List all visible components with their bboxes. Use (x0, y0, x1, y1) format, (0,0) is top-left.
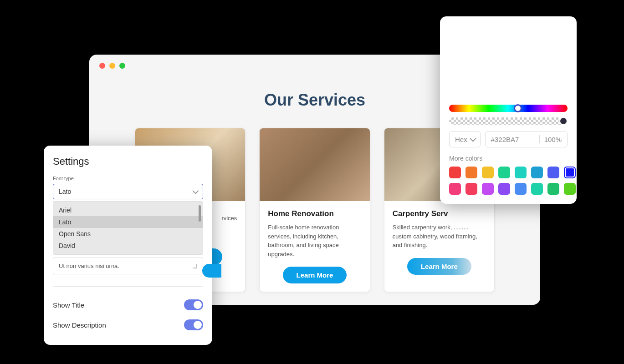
alpha-slider[interactable] (449, 117, 568, 125)
show-title-label: Show Title (53, 301, 84, 309)
color-swatch[interactable] (498, 183, 510, 195)
font-type-dropdown: Ariel Lato Open Sans David (53, 201, 203, 255)
description-textarea[interactable]: Ut non varius nisi urna. (53, 258, 203, 274)
service-card-description: Skilled carpentry work, ......... custom… (393, 223, 486, 250)
color-swatch[interactable] (482, 167, 494, 178)
font-type-label: Font type (53, 176, 203, 181)
show-title-toggle[interactable] (184, 299, 203, 310)
color-swatch[interactable] (498, 167, 510, 178)
color-swatch[interactable] (465, 167, 477, 178)
color-saturation-canvas[interactable] (449, 25, 568, 98)
hex-value: #322BA7 (491, 136, 535, 143)
color-swatch[interactable] (515, 183, 527, 195)
font-option[interactable]: Lato (53, 216, 203, 228)
show-description-toggle[interactable] (184, 319, 203, 330)
learn-more-button-stub (202, 264, 221, 278)
color-swatch[interactable] (465, 183, 477, 195)
color-swatch[interactable] (531, 183, 543, 195)
color-swatch[interactable] (564, 183, 576, 195)
dropdown-scrollbar[interactable] (199, 205, 201, 222)
settings-title: Settings (53, 156, 203, 167)
font-option[interactable]: Open Sans (53, 228, 203, 240)
color-swatch[interactable] (547, 183, 559, 195)
hue-slider[interactable] (449, 105, 568, 112)
learn-more-button[interactable]: Learn More (407, 258, 471, 275)
alpha-value: 100% (544, 136, 562, 143)
show-title-row: Show Title (53, 295, 203, 315)
textarea-value: Ut non varius nisi urna. (59, 263, 119, 269)
service-card-title: Carpentry Serv (393, 209, 486, 218)
color-input-row: Hex #322BA7 100% (449, 131, 568, 147)
settings-panel: Settings Font type Lato Ariel Lato Open … (44, 146, 212, 345)
font-type-selected-value: Lato (59, 188, 71, 195)
window-maximize-button[interactable] (119, 63, 125, 69)
alpha-slider-thumb[interactable] (559, 117, 568, 125)
window-minimize-button[interactable] (109, 63, 115, 69)
divider (53, 286, 203, 287)
service-card: Home Renovation Full-scale home renovati… (259, 128, 370, 292)
color-picker-panel: Hex #322BA7 100% More colors (440, 16, 577, 204)
color-swatch-grid (449, 167, 568, 195)
more-colors-label: More colors (449, 155, 568, 162)
hue-slider-thumb[interactable] (514, 104, 522, 112)
color-swatch[interactable] (564, 167, 576, 178)
chevron-down-icon (470, 136, 476, 142)
show-description-row: Show Description (53, 315, 203, 335)
font-option[interactable]: Ariel (53, 204, 203, 216)
show-description-label: Show Description (53, 321, 106, 329)
color-swatch[interactable] (482, 183, 494, 195)
resize-handle-icon[interactable] (193, 264, 197, 268)
service-card-image (260, 128, 369, 201)
font-option[interactable]: David (53, 240, 203, 252)
service-card-title: Home Renovation (268, 209, 361, 218)
color-swatch[interactable] (449, 183, 461, 195)
color-swatch[interactable] (449, 167, 461, 178)
window-close-button[interactable] (99, 63, 105, 69)
service-card-description: Full-scale home renovation services, inc… (268, 223, 361, 258)
color-format-value: Hex (455, 136, 467, 143)
color-format-select[interactable]: Hex (449, 131, 481, 147)
color-swatch[interactable] (547, 167, 559, 178)
learn-more-button[interactable]: Learn More (283, 267, 347, 283)
color-swatch[interactable] (515, 167, 527, 178)
font-type-select[interactable]: Lato (53, 184, 203, 199)
hex-input[interactable]: #322BA7 100% (485, 131, 568, 147)
color-swatch[interactable] (531, 167, 543, 178)
chevron-down-icon (192, 188, 199, 194)
input-divider (539, 135, 540, 143)
